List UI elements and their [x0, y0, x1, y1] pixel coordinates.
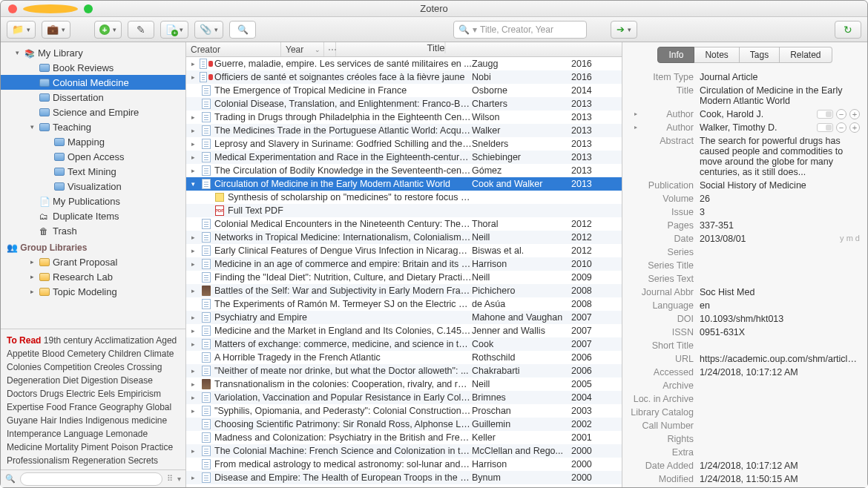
disclosure-icon[interactable]: ▸ [186, 447, 200, 455]
group-research-lab[interactable]: ▸Research Lab [1, 269, 185, 284]
tag-practice[interactable]: Practice [141, 442, 173, 452]
val-journal-abbr[interactable]: Soc Hist Med [700, 287, 860, 297]
author-switch[interactable] [817, 110, 833, 119]
col-title[interactable]: Title [422, 42, 445, 53]
tag-lemonade[interactable]: Lemonade [105, 429, 148, 439]
author-switch[interactable] [817, 123, 833, 132]
item-row[interactable]: Finding the "Ideal Diet": Nutrition, Cul… [186, 271, 622, 284]
collection-dissertation[interactable]: Dissertation [1, 90, 185, 105]
item-row[interactable]: From medical astrology to medical astron… [186, 458, 622, 471]
disclosure-icon[interactable]: ▸ [186, 394, 200, 401]
tag-degeneration[interactable]: Degeneration [7, 375, 62, 386]
disclosure-icon[interactable]: ▸ [186, 167, 200, 174]
item-row[interactable]: Synthesis of scholarship on "medicines" … [186, 191, 622, 204]
val-volume[interactable]: 26 [700, 194, 860, 204]
tag-19th-century[interactable]: 19th century [44, 335, 95, 346]
add-attachment-button[interactable]: 📎▾ [194, 21, 223, 39]
new-item-button[interactable]: +▾ [94, 21, 122, 39]
tag-appetite[interactable]: Appetite [7, 349, 42, 359]
disclosure-icon[interactable]: ▸ [186, 407, 200, 415]
disclosure-icon[interactable]: ▸ [186, 60, 200, 67]
remove-author-button[interactable]: − [836, 122, 846, 133]
group-grant-proposal[interactable]: ▸Grant Proposal [1, 254, 185, 269]
item-row[interactable]: ▸The Circulation of Bodily Knowledge in … [186, 164, 622, 177]
tag-expertise[interactable]: Expertise [7, 402, 46, 412]
tag-intemperance[interactable]: Intemperance [7, 429, 64, 439]
sync-button[interactable]: ↻ [835, 21, 861, 39]
label-author1[interactable]: Author [630, 109, 700, 119]
tag-disease[interactable]: Disease [120, 375, 152, 386]
tag-diet[interactable]: Diet [62, 375, 81, 386]
item-row[interactable]: ▸Officiers de santé et soignantes créole… [186, 70, 622, 84]
item-row[interactable]: ▸Battles of the Self: War and Subjectivi… [186, 284, 622, 297]
collection-book-reviews[interactable]: Book Reviews [1, 60, 185, 75]
tag-electric-eels[interactable]: Electric Eels [66, 389, 117, 399]
tag-search-input[interactable] [20, 472, 162, 486]
add-author-button[interactable]: + [849, 122, 860, 133]
tag-drugs[interactable]: Drugs [40, 389, 66, 399]
disclosure-icon[interactable]: ▸ [186, 367, 200, 375]
item-row[interactable]: The Emergence of Tropical Medicine in Fr… [186, 84, 622, 97]
trash[interactable]: Trash [1, 223, 185, 238]
tag-to-read[interactable]: To Read [7, 335, 44, 346]
tag-piment[interactable]: Piment [81, 442, 111, 452]
disclosure-icon[interactable]: ▸ [186, 474, 200, 481]
item-row[interactable]: ▸Psychiatry and EmpireMahone and Vaughan… [186, 311, 622, 324]
val-accessed[interactable]: 1/24/2018, 10:17:12 AM [700, 367, 860, 377]
item-row[interactable]: ▸Medical Experimentation and Race in the… [186, 151, 622, 164]
tag-aged[interactable]: Aged [156, 335, 177, 346]
add-author-button[interactable]: + [849, 109, 860, 119]
item-row[interactable]: Colonial Disease, Translation, and Enlig… [186, 97, 622, 111]
item-row[interactable]: ▸"Neither of meate nor drinke, but what … [186, 364, 622, 377]
disclosure-icon[interactable]: ▸ [186, 73, 200, 81]
new-library-button[interactable]: 💼▾ [42, 21, 70, 39]
tag-mortality[interactable]: Mortality [45, 442, 81, 452]
tag-acclimatization[interactable]: Acclimatization [95, 335, 157, 346]
item-row[interactable]: Choosing Scientific Patrimony: Sir Ronal… [186, 418, 622, 431]
tag-regeneration[interactable]: Regeneration [72, 455, 128, 466]
tag-colonies[interactable]: Colonies [7, 362, 44, 372]
new-collection-button[interactable]: 📁▾ [7, 21, 36, 39]
val-url[interactable]: https://academic.oup.com/shm/article/26/… [700, 354, 860, 364]
my-library[interactable]: ▾My Library [1, 45, 185, 60]
tag-indies[interactable]: Indies [59, 415, 85, 426]
group-topic-modeling[interactable]: ▸Topic Modeling [1, 284, 185, 299]
val-author1[interactable]: Cook, Harold J. [700, 109, 817, 119]
disclosure-icon[interactable]: ▸ [186, 287, 200, 294]
val-item-type[interactable]: Journal Article [700, 72, 860, 82]
tag-medicine[interactable]: Medicine [7, 442, 45, 452]
val-issn[interactable]: 0951-631X [700, 327, 860, 337]
collection-mapping[interactable]: Mapping [1, 134, 185, 149]
val-language[interactable]: en [700, 300, 860, 311]
quick-search-input[interactable]: 🔍▾ Title, Creator, Year [453, 21, 587, 39]
disclosure-icon[interactable]: ▸ [186, 380, 200, 388]
item-row[interactable]: ▸The Medicines Trade in the Portuguese A… [186, 124, 622, 137]
disclosure-icon[interactable]: ▾ [186, 180, 200, 188]
disclosure-icon[interactable]: ▸ [186, 234, 200, 241]
item-row[interactable]: Madness and Colonization: Psychiatry in … [186, 431, 622, 444]
val-publication[interactable]: Social History of Medicine [700, 180, 860, 191]
collection-text-mining[interactable]: Text Mining [1, 164, 185, 179]
disclosure-icon[interactable]: ▸ [186, 154, 200, 161]
tag-empiricism[interactable]: Empiricism [117, 389, 161, 399]
val-date[interactable]: 2013/08/01 y m d [700, 234, 860, 244]
disclosure-icon[interactable]: ▸ [186, 314, 200, 321]
tag-cemetery[interactable]: Cemetery [67, 349, 108, 359]
tag-hair[interactable]: Hair [40, 415, 59, 426]
item-row[interactable]: ▸Variolation, Vaccination and Popular Re… [186, 391, 622, 404]
item-row[interactable]: Colonial Medical Encounters in the Ninet… [186, 217, 622, 231]
tag-geography[interactable]: Geography [99, 402, 146, 412]
tag-indigenous-medicine[interactable]: Indigenous medicine [85, 415, 167, 426]
val-issue[interactable]: 3 [700, 207, 860, 217]
locate-button[interactable]: ➔▾ [611, 21, 637, 39]
tag-climate[interactable]: Climate [144, 349, 174, 359]
disclosure-icon[interactable]: ▸ [186, 140, 200, 148]
tag-creoles[interactable]: Creoles [93, 362, 127, 372]
item-row[interactable]: ▸Trading in Drugs through Philadelphia i… [186, 111, 622, 124]
item-row[interactable]: ▸Medicine in an age of commerce and empi… [186, 257, 622, 271]
disclosure-icon[interactable]: ▸ [186, 340, 200, 348]
disclosure-icon[interactable]: ▸ [186, 127, 200, 134]
col-menu[interactable]: ⋯ [324, 42, 336, 56]
disclosure-icon[interactable]: ▸ [186, 327, 200, 334]
label-author2[interactable]: Author [630, 122, 700, 133]
